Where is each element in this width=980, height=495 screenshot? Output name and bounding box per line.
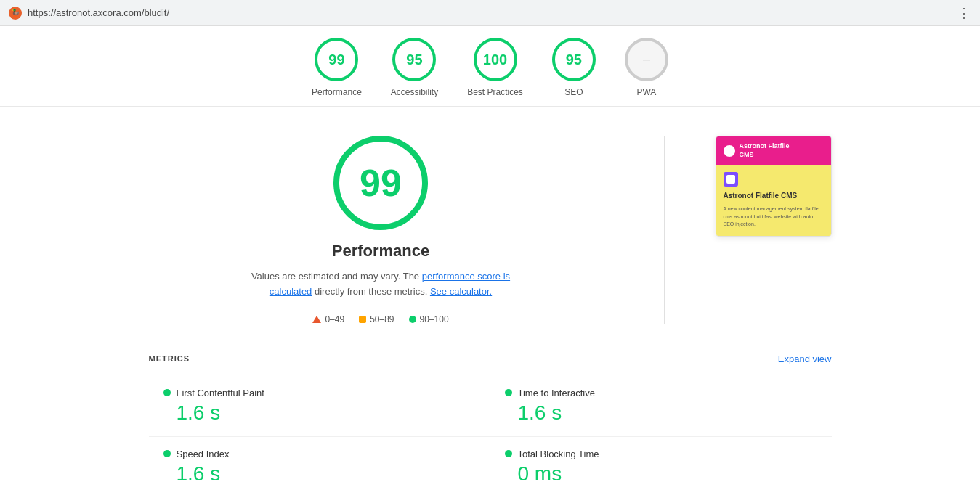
fcp-label: First Contentful Paint	[177, 388, 264, 398]
metrics-header: METRICS Expand view	[149, 353, 832, 364]
preview-card: Astronot Flatfile CMS Astronot Flatfile …	[716, 136, 832, 237]
browser-bar: 🦆 https://astronot.axcora.com/bludit/ ⋮	[0, 0, 980, 26]
metric-tbt-name-row: Total Blocking Time	[505, 449, 817, 459]
description-text: Values are estimated and may vary. The p…	[250, 269, 511, 300]
legend-low: 0–49	[312, 314, 344, 324]
preview-body-text: A new content management system flatfile…	[724, 205, 824, 229]
url-area: 🦆 https://astronot.axcora.com/bludit/	[9, 7, 169, 20]
preview-heading: Astronot Flatfile CMS	[724, 191, 824, 201]
seo-circle: 95	[552, 38, 596, 81]
legend-high: 90–100	[409, 314, 449, 324]
best-practices-circle: 100	[474, 38, 517, 81]
metric-tti-name-row: Time to Interactive	[505, 388, 817, 398]
expand-view-button[interactable]: Expand view	[778, 353, 832, 364]
tab-performance[interactable]: 99 Performance	[312, 38, 362, 97]
accessibility-circle: 95	[392, 38, 436, 81]
seo-label: SEO	[564, 87, 583, 97]
preview-title: Astronot Flatfile CMS	[740, 142, 790, 159]
preview-header: Astronot Flatfile CMS	[716, 136, 831, 165]
accessibility-label: Accessibility	[391, 87, 438, 97]
main-content: 99 Performance Values are estimated and …	[91, 107, 890, 353]
big-score-circle: 99	[333, 136, 428, 230]
circle-icon	[409, 316, 416, 323]
tab-accessibility[interactable]: 95 Accessibility	[391, 38, 438, 97]
metric-si: Speed Index 1.6 s	[149, 437, 490, 495]
tab-best-practices[interactable]: 100 Best Practices	[467, 38, 523, 97]
preview-header-row: Astronot Flatfile CMS	[724, 142, 824, 159]
tbt-label: Total Blocking Time	[518, 449, 599, 459]
tti-label: Time to Interactive	[518, 388, 595, 398]
triangle-icon	[312, 316, 321, 323]
score-tabs-row: 99 Performance 95 Accessibility 100 Best…	[0, 26, 980, 107]
metric-tti: Time to Interactive 1.6 s	[490, 376, 832, 437]
browser-menu-icon[interactable]: ⋮	[957, 5, 971, 21]
fcp-value: 1.6 s	[163, 401, 475, 425]
calculator-link[interactable]: See calculator.	[430, 286, 492, 297]
square-icon	[359, 316, 366, 323]
right-panel: Astronot Flatfile CMS Astronot Flatfile …	[716, 136, 832, 237]
tti-dot	[505, 389, 512, 396]
si-dot	[163, 450, 171, 457]
left-panel: 99 Performance Values are estimated and …	[149, 136, 613, 324]
metric-si-name-row: Speed Index	[163, 449, 475, 459]
metric-fcp: First Contentful Paint 1.6 s	[149, 376, 490, 437]
tbt-value: 0 ms	[505, 462, 817, 486]
tab-seo[interactable]: 95 SEO	[552, 38, 596, 97]
tab-pwa[interactable]: — PWA	[625, 38, 668, 97]
metric-tbt: Total Blocking Time 0 ms	[490, 437, 832, 495]
preview-icon	[724, 172, 738, 187]
metrics-grid: First Contentful Paint 1.6 s Time to Int…	[149, 376, 832, 495]
preview-body: Astronot Flatfile CMS A new content mana…	[716, 165, 831, 236]
legend-mid: 50–89	[359, 314, 394, 324]
tbt-dot	[505, 450, 512, 457]
favicon-icon: 🦆	[9, 7, 22, 20]
tti-value: 1.6 s	[505, 401, 817, 425]
icon-inner	[726, 175, 735, 184]
fcp-dot	[163, 389, 171, 396]
metric-fcp-name-row: First Contentful Paint	[163, 388, 475, 398]
best-practices-label: Best Practices	[467, 87, 523, 97]
preview-avatar	[724, 145, 735, 157]
metrics-section: METRICS Expand view First Contentful Pai…	[91, 353, 890, 495]
si-value: 1.6 s	[163, 462, 475, 486]
performance-label: Performance	[312, 87, 362, 97]
vertical-divider	[664, 136, 665, 324]
performance-circle: 99	[315, 38, 358, 81]
url-text: https://astronot.axcora.com/bludit/	[28, 7, 169, 18]
si-label: Speed Index	[177, 449, 230, 459]
pwa-label: PWA	[636, 87, 656, 97]
metrics-title: METRICS	[149, 354, 190, 363]
performance-section-title: Performance	[332, 242, 430, 261]
pwa-circle: —	[625, 38, 668, 81]
score-legend: 0–49 50–89 90–100	[312, 314, 448, 324]
